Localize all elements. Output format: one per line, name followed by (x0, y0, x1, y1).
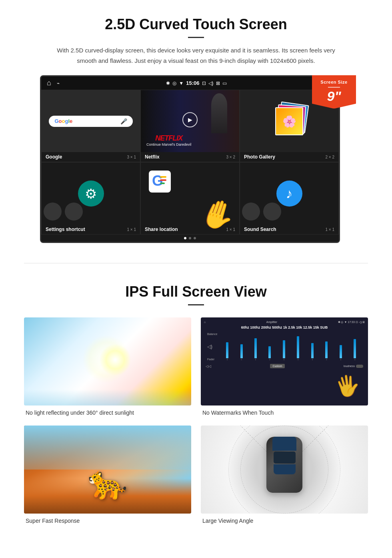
car-rear-window (274, 464, 296, 474)
photo-card-front: 🌸 (275, 107, 303, 135)
car-visual (201, 426, 368, 514)
section1-description: With 2.5D curved-display screen, this de… (56, 45, 336, 66)
device-frame: ⌂ ⌁ ✱ ◎ ▼ 15:06 ⊡ ◁) ⊠ ▭ (40, 75, 340, 243)
status-bar: ⌂ ⌁ ✱ ◎ ▼ 15:06 ⊡ ◁) ⊠ ▭ (41, 76, 339, 90)
cheetah-visual: 🐆 (24, 426, 191, 514)
sunlight-visual (24, 317, 191, 405)
app-grid: Google 🎤 Google 3 × 1 (41, 90, 339, 235)
amp-side-labels: Balance ◁) Fader 0 0 (204, 331, 365, 362)
google-app-size: 3 × 1 (127, 155, 136, 159)
play-button[interactable]: ▶ (182, 112, 198, 127)
mic-icon: 🎤 (120, 118, 127, 124)
time-display: 15:06 (186, 80, 199, 86)
sun-glow (99, 344, 131, 376)
section2-title: IPS Full Screen View (24, 283, 368, 300)
bluetooth-icon: ✱ (166, 80, 170, 86)
car-body (266, 437, 302, 493)
car-windshield (272, 437, 296, 451)
feature-label-sunlight: No light reflecting under 360° direct su… (24, 409, 191, 416)
music-note-icon: ♪ (286, 186, 293, 201)
section-divider-line (24, 263, 368, 263)
dot-3 (194, 237, 196, 239)
flower-icon: 🌸 (282, 114, 296, 128)
settings-cell-inner: ⚙ (42, 163, 140, 225)
section-ips: IPS Full Screen View No light reflecting… (0, 275, 392, 536)
amp-freq-header: 60hz 100hz 200hz 500hz 1k 2.5k 10k 12.5k… (204, 325, 365, 329)
badge-divider (328, 87, 340, 88)
feature-label-amplifier: No Watermarks When Touch (201, 409, 368, 416)
amp-status-icons: ✱ ◎ ▼ 17:33 ⊡ ◁) ⊠ (338, 321, 365, 324)
google-cell-inner: Google 🎤 (42, 90, 140, 152)
bg-shadows (44, 203, 83, 221)
netflix-app-name: Netflix (145, 154, 160, 160)
feature-label-cheetah: Super Fast Response (24, 518, 191, 524)
app-cell-netflix[interactable]: ▶ NETFLIX Continue Marvel's Daredevil Ne… (140, 90, 240, 162)
section1-title: 2.5D Curved Touch Screen (24, 16, 368, 33)
amp-custom-button[interactable]: Custom (270, 364, 284, 368)
badge-label: Screen Size (312, 79, 356, 85)
amp-nav-icon: ◁◁ (206, 364, 211, 368)
screen-icon: ▭ (222, 80, 227, 86)
status-center: ✱ ◎ ▼ 15:06 ⊡ ◁) ⊠ ▭ (166, 80, 226, 86)
car-roof (274, 452, 296, 464)
photo-stack: 🌸 (271, 103, 307, 139)
photo-label-row: Photo Gallery 2 × 2 (240, 152, 338, 162)
google-search-bar[interactable]: Google 🎤 (49, 116, 132, 127)
google-app-name: Google (46, 154, 62, 160)
settings-app-name: Settings shortcut (46, 227, 85, 232)
dot-1 (184, 237, 186, 239)
svg-rect-2 (160, 179, 166, 181)
netflix-cell-inner: ▶ NETFLIX Continue Marvel's Daredevil (141, 90, 239, 152)
loudness-toggle[interactable] (356, 365, 363, 368)
amplifier-visual: ⌂ Amplifier ✱ ◎ ▼ 17:33 ⊡ ◁) ⊠ 60hz 100h… (201, 317, 368, 405)
car-top-view (260, 434, 308, 506)
amp-loudness: loudness (344, 365, 363, 368)
sound-app-name: Sound Search (244, 227, 276, 232)
hand-on-eq-icon: 🖐 (333, 372, 362, 399)
app-cell-settings[interactable]: ⚙ Settings shortcut 1 × 1 (41, 162, 140, 235)
home-icon[interactable]: ⌂ (47, 79, 51, 87)
sound-bg-shadows (242, 203, 281, 221)
status-left: ⌂ ⌁ (47, 79, 60, 87)
maps-icon: G (149, 171, 171, 194)
section-curved: 2.5D Curved Touch Screen With 2.5D curve… (0, 0, 392, 251)
badge-size: 9" (312, 89, 356, 103)
feature-image-car (201, 426, 368, 514)
svg-rect-4 (160, 176, 166, 178)
photo-app-name: Photo Gallery (244, 154, 275, 160)
app-cell-share[interactable]: G 🤚 Share location 1 × 1 (140, 162, 240, 235)
wifi-icon: ▼ (179, 80, 184, 86)
google-label-row: Google 3 × 1 (42, 152, 140, 162)
share-cell-inner: G 🤚 (141, 163, 239, 225)
app-cell-google[interactable]: Google 🎤 Google 3 × 1 (41, 90, 140, 162)
netflix-label-row: Netflix 3 × 2 (141, 152, 239, 162)
netflix-app-size: 3 × 2 (226, 155, 235, 159)
feature-sunlight: No light reflecting under 360° direct su… (24, 317, 191, 416)
gear-icon: ⚙ (85, 186, 97, 202)
feature-image-cheetah: 🐆 (24, 426, 191, 514)
netflix-subtitle: Continue Marvel's Daredevil (146, 143, 191, 147)
feature-car: Large Viewing Angle (201, 426, 368, 524)
battery-icon: ⊠ (216, 80, 220, 86)
netflix-overlay: NETFLIX Continue Marvel's Daredevil (146, 134, 191, 147)
amp-status-bar: ⌂ Amplifier ✱ ◎ ▼ 17:33 ⊡ ◁) ⊠ (204, 321, 365, 324)
feature-cheetah: 🐆 Super Fast Response (24, 426, 191, 524)
photo-app-size: 2 × 2 (325, 155, 334, 159)
screen-size-badge: Screen Size 9" (312, 75, 356, 108)
sound-label-row: Sound Search 1 × 1 (240, 225, 338, 234)
google-logo: Google (54, 118, 72, 124)
feature-image-amplifier: ⌂ Amplifier ✱ ◎ ▼ 17:33 ⊡ ◁) ⊠ 60hz 100h… (201, 317, 368, 405)
share-app-name: Share location (145, 227, 178, 232)
amp-title: Amplifier (266, 321, 277, 324)
page-dots (41, 235, 339, 242)
sound-app-size: 1 × 1 (325, 227, 334, 232)
device-wrapper: Screen Size 9" ⌂ ⌁ ✱ ◎ ▼ 15:06 ⊡ ◁) ⊠ (40, 75, 352, 243)
app-cell-sound[interactable]: ♪ Sound Search 1 × 1 (240, 162, 339, 235)
svg-rect-3 (160, 183, 165, 184)
feature-label-car: Large Viewing Angle (201, 518, 368, 524)
feature-grid: No light reflecting under 360° direct su… (24, 317, 368, 524)
volume-icon: ◁) (208, 80, 214, 86)
camera-icon: ⊡ (202, 80, 206, 86)
netflix-logo: NETFLIX (146, 134, 191, 142)
settings-label-row: Settings shortcut 1 × 1 (42, 225, 140, 234)
